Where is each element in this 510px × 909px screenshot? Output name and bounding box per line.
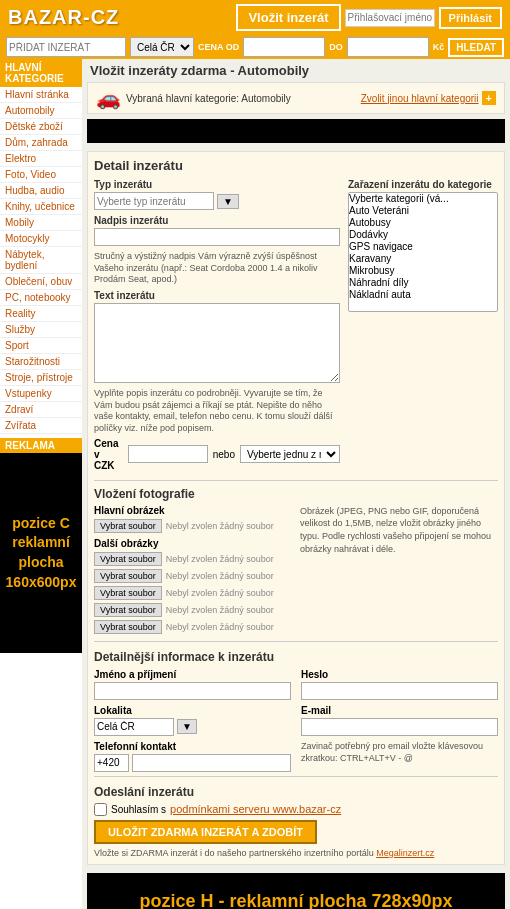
conditions-link[interactable]: podmínkami serveru www.bazar-cz <box>170 803 341 815</box>
sidebar-item-sport[interactable]: Sport <box>0 338 82 354</box>
change-category-link[interactable]: Zvolit jinou hlavní kategorii <box>361 93 479 104</box>
price-option-select[interactable]: Vyberte jednu z možno <box>240 445 340 463</box>
price-from-input[interactable] <box>243 37 325 57</box>
photo-right-note: Obrázek (JPEG, PNG nebo GIF, doporučená … <box>300 505 498 637</box>
text-textarea[interactable] <box>94 303 340 383</box>
file-button-5[interactable]: Vybrat soubor <box>94 620 162 634</box>
price-to-input[interactable] <box>347 37 429 57</box>
sidebar-item-zvirata[interactable]: Zvířata <box>0 418 82 434</box>
detail-info-section: Detailnější informace k inzerátu Jméno a… <box>94 650 498 772</box>
divider2 <box>94 641 498 642</box>
main-file-button[interactable]: Vybrat soubor <box>94 519 162 533</box>
detail-col-right: Heslo E-mail Zavinač potřebný pro email … <box>301 669 498 772</box>
text-label: Text inzerátu <box>94 290 340 301</box>
conditions-row: Souhlasím s podmínkami serveru www.bazar… <box>94 803 498 816</box>
file-button-3[interactable]: Vybrat soubor <box>94 586 162 600</box>
divider3 <box>94 776 498 777</box>
sidebar-item-stroje[interactable]: Stroje, přístroje <box>0 370 82 386</box>
add-category-button[interactable]: + <box>482 91 496 105</box>
title-input[interactable] <box>94 228 340 246</box>
category-bar: 🚗 Vybraná hlavní kategorie: Automobily Z… <box>87 82 505 114</box>
sidebar-item-reality[interactable]: Reality <box>0 306 82 322</box>
search-button[interactable]: HLEDAT <box>448 38 504 57</box>
type-input[interactable] <box>94 192 214 210</box>
sidebar-item-elektro[interactable]: Elektro <box>0 151 82 167</box>
sidebar-item-sluzby[interactable]: Služby <box>0 322 82 338</box>
email-input[interactable] <box>301 718 498 736</box>
file-button-1[interactable]: Vybrat soubor <box>94 552 162 566</box>
name-label: Jméno a příjmení <box>94 669 291 680</box>
divider1 <box>94 480 498 481</box>
logo: BAZAR-CZ <box>8 6 119 29</box>
extra-file-row-3: Vybrat soubor Nebyl zvolen žádný soubor <box>94 586 292 600</box>
sidebar-item-motocykly[interactable]: Motocykly <box>0 231 82 247</box>
type-dropdown-icon[interactable]: ▼ <box>217 194 239 209</box>
sidebar-item-starozitnosti[interactable]: Starožitnosti <box>0 354 82 370</box>
form-left: Typ inzerátu ▼ Nadpis inzerátu Stručný a… <box>94 179 340 476</box>
partner-link[interactable]: Megalinzert.cz <box>376 848 434 858</box>
name-input[interactable] <box>94 682 291 700</box>
submit-title: Odeslání inzerátu <box>94 785 498 799</box>
submit-button[interactable]: ULOŽIT ZDARMA INZERÁT A ZDOBÍT <box>94 820 317 844</box>
more-photos-label: Další obrázky <box>94 538 292 549</box>
sidebar-item-nabytek[interactable]: Nábytek, bydlení <box>0 247 82 274</box>
file-name-4: Nebyl zvolen žádný soubor <box>166 605 274 615</box>
phone-prefix-input[interactable] <box>94 754 129 772</box>
vlozit-inzerat-button[interactable]: Vložit inzerát <box>236 4 340 31</box>
file-name-5: Nebyl zvolen žádný soubor <box>166 622 274 632</box>
file-button-2[interactable]: Vybrat soubor <box>94 569 162 583</box>
extra-file-row-5: Vybrat soubor Nebyl zvolen žádný soubor <box>94 620 292 634</box>
conditions-checkbox[interactable] <box>94 803 107 816</box>
category-list-box: Zařazení inzerátu do kategorie Vyberte k… <box>348 179 498 476</box>
login-input[interactable] <box>345 9 435 27</box>
type-label: Typ inzerátu <box>94 179 340 190</box>
sidebar-item-hlavni[interactable]: Hlavní stránka <box>0 87 82 103</box>
detail-col-left: Jméno a příjmení Lokalita ▼ Telefonní ko… <box>94 669 291 772</box>
sidebar-item-foto[interactable]: Foto, Video <box>0 167 82 183</box>
phone-row: Telefonní kontakt <box>94 741 291 772</box>
sidebar-item-automobily[interactable]: Automobily <box>0 103 82 119</box>
main-photo-label: Hlavní obrázek <box>94 505 292 516</box>
locality-dropdown-icon[interactable]: ▼ <box>177 719 197 734</box>
email-label: E-mail <box>301 705 498 716</box>
file-name-2: Nebyl zvolen žádný soubor <box>166 571 274 581</box>
header: BAZAR-CZ Vložit inzerát Přihlásit <box>0 0 510 35</box>
prihlasit-button[interactable]: Přihlásit <box>439 7 502 29</box>
form-area: Detail inzerátu Typ inzerátu ▼ Nadpis in… <box>87 151 505 865</box>
email-row: E-mail <box>301 705 498 736</box>
extra-file-row-1: Vybrat soubor Nebyl zvolen žádný soubor <box>94 552 292 566</box>
sidebar-item-zdravi[interactable]: Zdraví <box>0 402 82 418</box>
form-note: Vyplňte popis inzerátu co podrobněji. Vy… <box>94 388 340 435</box>
region-select[interactable]: Celá ČR <box>130 37 194 57</box>
file-button-4[interactable]: Vybrat soubor <box>94 603 162 617</box>
sidebar-item-knihy[interactable]: Knihy, učebnice <box>0 199 82 215</box>
content-area: Vložit inzeráty zdarma - Automobily 🚗 Vy… <box>82 59 510 909</box>
price-row: Cena v CZK nebo Vyberte jednu z možno <box>94 438 340 471</box>
price-to-label: DO <box>329 42 343 52</box>
title-note: Stručný a výstižný nadpis Vám výrazně zv… <box>94 251 340 286</box>
photo-section: Vložení fotografie Hlavní obrázek Vybrat… <box>94 487 498 637</box>
locality-input[interactable] <box>94 718 174 736</box>
sidebar-item-mobily[interactable]: Mobily <box>0 215 82 231</box>
sidebar-item-dum[interactable]: Dům, zahrada <box>0 135 82 151</box>
file-name-1: Nebyl zvolen žádný soubor <box>166 554 274 564</box>
currency-label: Kč <box>433 42 445 52</box>
password-input[interactable] <box>301 682 498 700</box>
sidebar-item-pc[interactable]: PC, notebooky <box>0 290 82 306</box>
price-label: Cena v CZK <box>94 438 123 471</box>
agree-text: Souhlasím s <box>111 804 166 815</box>
price-input[interactable] <box>128 445 208 463</box>
sidebar-header: HLAVNÍ KATEGORIE <box>0 59 82 87</box>
category-list-title: Zařazení inzerátu do kategorie <box>348 179 498 190</box>
submit-section: Odeslání inzerátu Souhlasím s podmínkami… <box>94 785 498 858</box>
sidebar-item-obleceni[interactable]: Oblečení, obuv <box>0 274 82 290</box>
sidebar-item-detske[interactable]: Dětské zboží <box>0 119 82 135</box>
phone-main-input[interactable] <box>132 754 291 772</box>
locality-label: Lokalita <box>94 705 291 716</box>
sidebar-item-hudba[interactable]: Hudba, audio <box>0 183 82 199</box>
search-input[interactable] <box>6 37 126 57</box>
detail-row: Jméno a příjmení Lokalita ▼ Telefonní ko… <box>94 669 498 772</box>
phone-label: Telefonní kontakt <box>94 741 291 752</box>
category-select[interactable]: Vyberte kategorii (vá... Auto Veteráni A… <box>348 192 498 312</box>
sidebar-item-vstupenky[interactable]: Vstupenky <box>0 386 82 402</box>
